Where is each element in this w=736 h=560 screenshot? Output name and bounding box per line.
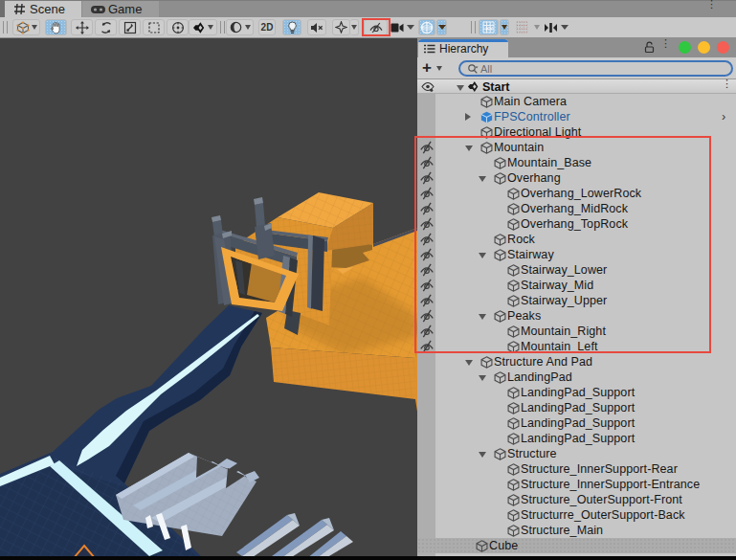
svg-text:XY: XY [485,26,493,32]
